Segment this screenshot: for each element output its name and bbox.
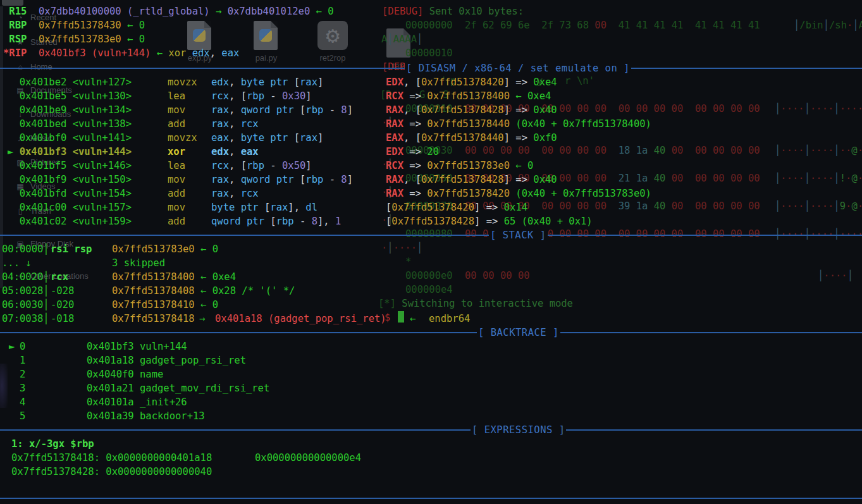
pane-separator bbox=[0, 235, 862, 236]
reg-rsp: RSP 0x7ffd513783e0 ← 0 bbox=[0, 32, 862, 46]
disasm-row: 0x401be5 <vuln+130>learcx, [rbp - 0x30]R… bbox=[0, 89, 862, 103]
reg-r15: R15 0x7dbb40100000 (_rtld_global) → 0x7d… bbox=[0, 4, 862, 18]
expr-row: 0x7ffd51378428: 0x0000000000000040 bbox=[0, 465, 862, 479]
reg-rbp: RBP 0x7ffd51378430 ← 0 bbox=[0, 18, 862, 32]
expr-row: 0x7ffd51378418: 0x0000000000401a180x0000… bbox=[0, 451, 862, 465]
pane-separator bbox=[0, 429, 862, 431]
stack-row: 07:0038│-0180x7ffd51378418→0x401a18 (gad… bbox=[0, 312, 862, 326]
pwndbg-terminal: [ DISASM / x86-64 / set emulate on ][ ST… bbox=[0, 0, 862, 504]
disasm-row: 0x401bf9 <vuln+150>movrax, qword ptr [rb… bbox=[0, 173, 862, 187]
stack-row: ... ↓3 skipped bbox=[0, 256, 862, 270]
expr-command: 1: x/-3gx $rbp bbox=[0, 437, 862, 451]
backtrace-row: 30x401a21 gadget_mov_rdi_rsi_ret bbox=[0, 381, 862, 395]
disasm-row: 0x401bed <vuln+138>addrax, rcxRAX => 0x7… bbox=[0, 117, 862, 131]
disasm-row-current: ► 0x401bf3 <vuln+144>xoredx, eaxEDX => 2… bbox=[0, 145, 862, 159]
disasm-row: 0x401c00 <vuln+157>movbyte ptr [rax], dl… bbox=[0, 200, 862, 214]
disasm-row: 0x401c02 <vuln+159>addqword ptr [rbp - 8… bbox=[0, 214, 862, 228]
backtrace-row: 20x4040f0 name bbox=[0, 367, 862, 381]
backtrace-row: 10x401a18 gadget_pop_rsi_ret bbox=[0, 353, 862, 367]
disasm-row: 0x401bfd <vuln+154>addrax, rcxRAX => 0x7… bbox=[0, 187, 862, 200]
backtrace-row: 40x40101a _init+26 bbox=[0, 395, 862, 409]
disasm-row: 0x401be2 <vuln+127>movzxedx, byte ptr [r… bbox=[0, 75, 862, 89]
pane-header: [ BACKTRACE ] bbox=[477, 326, 560, 340]
stack-row: 04:0020│rcx0x7ffd51378400 ← 0xe4 bbox=[0, 270, 862, 284]
stack-row: 05:0028│-0280x7ffd51378408 ← 0x28 /* '('… bbox=[0, 284, 862, 298]
pane-separator bbox=[0, 332, 862, 333]
shell-cursor bbox=[398, 311, 404, 323]
disasm-row: 0x401be9 <vuln+134>movrax, qword ptr [rb… bbox=[0, 103, 862, 117]
stack-row: 06:0030│-0200x7ffd51378410 ← 0 bbox=[0, 298, 862, 312]
screen: ◔Recent★Starred⌂Home▤Documents↓Downloads… bbox=[0, 0, 862, 504]
stack-row: 00:0000│rsi rsp0x7ffd513783e0 ← 0 bbox=[0, 242, 862, 256]
reg-rip: *RIP 0x401bf3 (vuln+144) ← xor edx, eax bbox=[0, 46, 862, 60]
disasm-row: 0x401bf0 <vuln+141>movzxeax, byte ptr [r… bbox=[0, 131, 862, 145]
backtrace-row: 50x401a39 backdoor+13 bbox=[0, 409, 862, 423]
disasm-row: 0x401bf5 <vuln+146>learcx, [rbp - 0x50]R… bbox=[0, 159, 862, 173]
pane-separator bbox=[0, 498, 862, 499]
pane-header: [ STACK ] bbox=[489, 228, 548, 242]
pane-header: [ EXPRESSIONS ] bbox=[471, 423, 566, 437]
pane-header: [ DISASM / x86-64 / set emulate on ] bbox=[405, 61, 631, 75]
backtrace-row: ►00x401bf3 vuln+144 bbox=[0, 340, 862, 353]
